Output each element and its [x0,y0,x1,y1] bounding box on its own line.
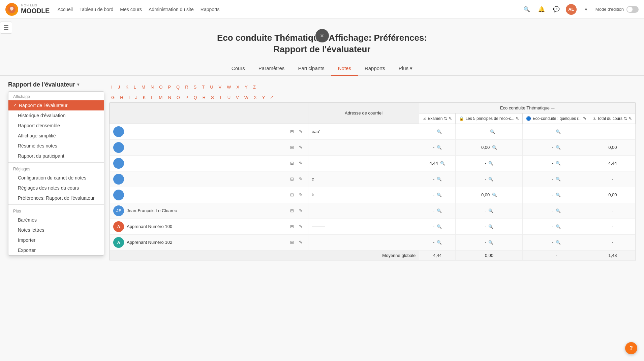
tab-cours[interactable]: Cours [225,62,252,76]
edit-icon[interactable]: ✎ [297,175,305,183]
zoom-icon[interactable]: 🔍 [556,240,561,245]
dropdown-item-rapport-participant[interactable]: Rapport du participant [8,151,104,161]
lf-R2[interactable]: R [201,94,208,101]
zoom-icon[interactable]: 🔍 [488,161,493,166]
dropdown-item-importer[interactable]: Importer [8,235,104,245]
total-sort-icon[interactable]: ⇅ [624,116,627,121]
lf-X1[interactable]: X [235,84,242,90]
message-icon[interactable]: 💬 [551,4,562,15]
lf-S2[interactable]: S [209,94,216,101]
zoom-icon[interactable]: 🔍 [437,129,442,134]
grid-icon[interactable]: ⊞ [288,175,296,183]
zoom-icon[interactable]: 🔍 [488,177,493,182]
lf-N2[interactable]: N [166,94,173,101]
edit-icon[interactable]: ✎ [297,191,305,199]
zoom-icon[interactable]: 🔍 [556,193,561,197]
lf-L1[interactable]: L [132,84,138,90]
lf-K2[interactable]: K [141,94,148,101]
tab-notes[interactable]: Notes [331,62,358,76]
lf-O2[interactable]: O [175,94,182,101]
report-dropdown-trigger[interactable]: Rapport de l'évaluateur ▾ [8,81,102,88]
zoom-icon[interactable]: 🔍 [437,193,442,197]
zoom-icon[interactable]: 🔍 [556,145,561,150]
dropdown-item-config-carnet[interactable]: Configuration du carnet de notes [8,173,104,183]
edit-icon[interactable]: ✎ [297,144,305,151]
edit-icon[interactable]: ✎ [297,239,305,246]
grid-icon[interactable]: ⊞ [288,160,296,167]
zoom-icon[interactable]: 🔍 [437,240,442,245]
edit-icon[interactable]: ✎ [297,223,305,230]
lf-O1[interactable]: O [157,84,164,90]
lf-K1[interactable]: K [123,84,130,90]
zoom-icon[interactable]: 🔍 [437,208,442,213]
tab-rapports[interactable]: Rapports [358,62,392,76]
lf-U1[interactable]: U [208,84,215,90]
tab-parametres[interactable]: Paramètres [252,62,292,76]
lf-Y2[interactable]: Y [260,94,267,101]
nav-mes-cours[interactable]: Mes cours [120,7,142,12]
zoom-icon[interactable]: 🔍 [488,208,493,213]
nav-accueil[interactable]: Accueil [58,7,73,12]
avatar[interactable]: AL [566,4,577,15]
nav-administration[interactable]: Administration du site [149,7,194,12]
lf-Q1[interactable]: Q [174,84,182,90]
grid-icon[interactable]: ⊞ [288,223,296,230]
zoom-icon[interactable]: 🔍 [492,145,497,150]
lf-S1[interactable]: S [192,84,199,90]
lf-U2[interactable]: U [225,94,233,101]
zoom-icon[interactable]: 🔍 [556,224,561,229]
zoom-icon[interactable]: 🔍 [556,161,561,166]
lf-V1[interactable]: V [217,84,224,90]
lf-T2[interactable]: T [217,94,224,101]
sidebar-toggle[interactable]: ☰ [0,22,12,34]
lf-H2[interactable]: H [118,94,125,101]
lf-P1[interactable]: P [166,84,173,90]
lf-Z1[interactable]: Z [251,84,258,90]
lf-V2[interactable]: V [234,94,241,101]
dropdown-item-historique[interactable]: Historique d'évaluation [8,110,104,121]
lf-R1[interactable]: R [183,84,190,90]
lf-T1[interactable]: T [200,84,207,90]
zoom-icon[interactable]: 🔍 [556,129,561,134]
grid-icon[interactable]: ⊞ [288,128,296,135]
les5-edit-icon[interactable]: ✎ [516,116,519,121]
close-button[interactable]: × [315,29,329,42]
grid-icon[interactable]: ⊞ [288,239,296,246]
zoom-icon[interactable]: 🔍 [490,129,495,134]
nav-tableau-de-bord[interactable]: Tableau de bord [80,7,113,12]
lf-W1[interactable]: W [225,84,233,90]
lf-Y1[interactable]: Y [243,84,250,90]
edit-icon[interactable]: ✎ [297,128,305,135]
lf-L2[interactable]: L [149,94,155,101]
dropdown-item-prefs-rapport[interactable]: Préférences: Rapport de l'évaluateur [8,193,104,203]
tab-plus[interactable]: Plus ▾ [392,62,419,76]
dropdown-item-resume-notes[interactable]: Résumé des notes [8,141,104,151]
zoom-icon[interactable]: 🔍 [437,177,442,182]
edit-icon[interactable]: ✎ [297,160,305,167]
dropdown-item-baremes[interactable]: Barèmes [8,215,104,225]
nav-rapports[interactable]: Rapports [201,7,220,12]
lf-Z2[interactable]: Z [268,94,275,101]
dropdown-item-reglages-notes[interactable]: Réglages des notes du cours [8,183,104,193]
lf-W2[interactable]: W [242,94,250,101]
examen-edit-icon[interactable]: ✎ [449,116,452,121]
zoom-icon[interactable]: 🔍 [488,240,493,245]
lf-J2[interactable]: J [133,94,140,101]
grid-icon[interactable]: ⊞ [288,144,296,151]
edit-icon[interactable]: ✎ [297,207,305,215]
zoom-icon[interactable]: 🔍 [492,193,497,197]
total-edit-icon[interactable]: ✎ [628,116,632,121]
zoom-icon[interactable]: 🔍 [440,161,445,166]
logo[interactable]: MON LMS MOODLE [5,3,50,16]
grid-icon[interactable]: ⊞ [288,191,296,199]
examen-sort-icon[interactable]: ⇅ [444,116,447,121]
lf-P2[interactable]: P [183,94,190,101]
lf-N1[interactable]: N [149,84,156,90]
lf-I1[interactable]: I [109,84,115,90]
avatar-dropdown-icon[interactable]: ▼ [581,4,591,15]
zoom-icon[interactable]: 🔍 [437,145,442,150]
tab-participants[interactable]: Participants [291,62,331,76]
edit-mode-toggle[interactable] [626,6,639,13]
zoom-icon[interactable]: 🔍 [488,224,493,229]
dropdown-item-notes-lettres[interactable]: Notes lettres [8,225,104,235]
